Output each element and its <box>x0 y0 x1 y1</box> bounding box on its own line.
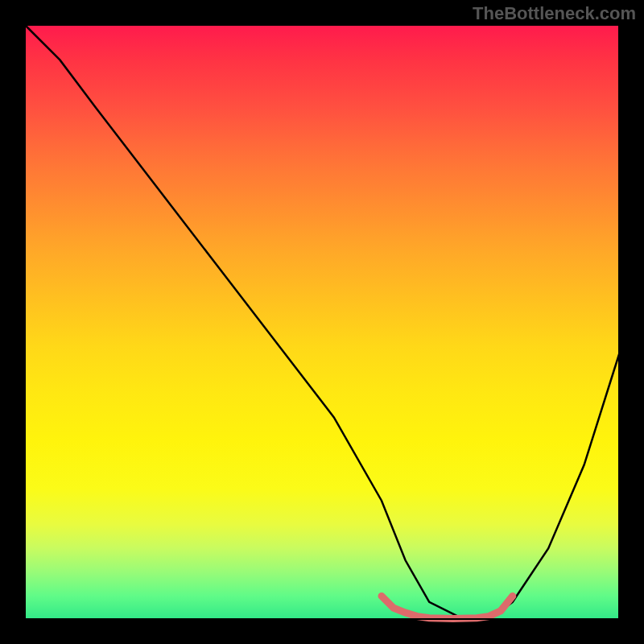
watermark-text: TheBottleneck.com <box>473 3 636 24</box>
highlight-curve-line <box>382 596 513 618</box>
main-curve-line <box>24 24 620 620</box>
chart-svg <box>24 24 620 620</box>
chart-plot-area <box>24 24 620 620</box>
